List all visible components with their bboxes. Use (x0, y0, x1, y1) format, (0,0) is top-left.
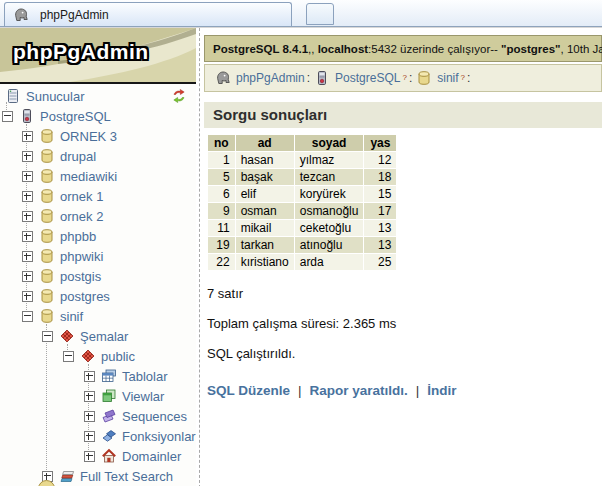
link-separator: | (416, 383, 420, 398)
tree-item-label[interactable]: drupal (60, 149, 96, 164)
cell-yas: 13 (364, 220, 396, 236)
help-link[interactable]: ? (402, 74, 406, 82)
tree-item-label[interactable]: Fonksiyonlar (122, 429, 196, 444)
collapse-toggle[interactable] (2, 111, 13, 122)
expand-toggle[interactable] (84, 391, 95, 402)
cell-no: 6 (208, 186, 235, 202)
tree-guide-line (46, 324, 47, 474)
tree-item-label[interactable]: Şemalar (80, 329, 128, 344)
tree-item-domains[interactable]: Domainler (0, 446, 196, 466)
expand-toggle[interactable] (84, 371, 95, 382)
breadcrumb: phpPgAdmin : PostgreSQL ? : sinif ? : (204, 64, 602, 92)
cell-yas: 13 (364, 237, 396, 253)
tree-item-ornek1[interactable]: ornek 1 (0, 186, 196, 206)
runtime-message: Toplam çalışma süresi: 2.365 ms (207, 316, 602, 331)
cell-ad: osman (236, 203, 294, 219)
tree-item-label[interactable]: phpwiki (60, 249, 103, 264)
tree-item-label[interactable]: postgres (60, 289, 110, 304)
tree-item-ornek2[interactable]: ornek 2 (0, 206, 196, 226)
expand-toggle[interactable] (22, 231, 33, 242)
tree-item-label[interactable]: mediawiki (60, 169, 117, 184)
tree-item-tables[interactable]: Tablolar (0, 366, 196, 386)
expand-toggle[interactable] (22, 251, 33, 262)
tree-item-label[interactable]: Full Text Search (80, 469, 173, 484)
page-title: Sorgu sonuçları (204, 102, 602, 128)
tree-item-label[interactable]: ORNEK 3 (60, 129, 117, 144)
tree-item-label[interactable]: Sunucular (26, 89, 85, 104)
tree-item-servers[interactable]: Sunucular (0, 86, 196, 106)
tree-item-schemas[interactable]: Şemalar (0, 326, 196, 346)
expand-toggle[interactable] (84, 411, 95, 422)
table-row: 22 kıristiano arda 25 (208, 254, 396, 270)
pg-server-icon (314, 70, 330, 86)
tree-item-postgres[interactable]: postgres (0, 286, 196, 306)
tree-item-sequences[interactable]: Sequences (0, 406, 196, 426)
tree-item-label[interactable]: Sequences (122, 409, 187, 424)
tree-item-label[interactable]: public (101, 349, 135, 364)
tree-item-full-text-search[interactable]: Full Text Search (0, 466, 196, 486)
new-tab-button[interactable] (306, 3, 334, 25)
tree-item-label[interactable]: ornek 1 (60, 189, 103, 204)
tree-item-phpwiki[interactable]: phpwiki (0, 246, 196, 266)
tree-item-mediawiki[interactable]: mediawiki (0, 166, 196, 186)
tree-item-label[interactable]: Viewlar (122, 389, 164, 404)
expand-toggle[interactable] (22, 291, 33, 302)
expand-toggle[interactable] (22, 211, 33, 222)
browser-tab[interactable]: phpPgAdmin (4, 2, 292, 26)
cell-soyad: yılmaz (295, 152, 364, 168)
fts-icon (59, 468, 75, 484)
breadcrumb-app-link[interactable]: phpPgAdmin (236, 71, 305, 85)
database-icon (39, 188, 55, 204)
cell-soyad: tezcan (295, 169, 364, 185)
download-link[interactable]: İndir (427, 383, 456, 398)
expand-toggle[interactable] (22, 151, 33, 162)
expand-toggle[interactable] (22, 131, 33, 142)
status-text: :5432 üzerinde çalışıyor-- (368, 43, 501, 55)
cell-yas: 25 (364, 254, 396, 270)
cell-soyad: koryürek (295, 186, 364, 202)
breadcrumb-separator: : (467, 71, 470, 85)
expand-toggle[interactable] (84, 431, 95, 442)
table-header-row: no ad soyad yas (208, 135, 396, 151)
tree-item-views[interactable]: Viewlar (0, 386, 196, 406)
status-date: , 10th Jan, 201 (561, 43, 602, 55)
tree-item-label[interactable]: phpbb (60, 229, 96, 244)
tree-item-label[interactable]: sinif (60, 309, 83, 324)
tree-item-drupal[interactable]: drupal (0, 146, 196, 166)
help-link[interactable]: ? (461, 74, 465, 82)
tree-item-label[interactable]: PostgreSQL (40, 109, 111, 124)
cell-ad: tarkan (236, 237, 294, 253)
collapse-toggle[interactable] (63, 351, 74, 362)
tree-item-postgresql[interactable]: PostgreSQL (0, 106, 196, 126)
cell-yas: 12 (364, 152, 396, 168)
breadcrumb-server-link[interactable]: PostgreSQL (335, 71, 400, 85)
database-icon (39, 148, 55, 164)
status-text: ,, (308, 43, 318, 55)
tree-item-sinif[interactable]: sinif (0, 306, 196, 326)
tree-item-label[interactable]: Domainler (122, 449, 181, 464)
expand-toggle[interactable] (22, 271, 33, 282)
create-report-link[interactable]: Rapor yaratıldı. (310, 383, 408, 398)
tree-item-ornek3[interactable]: ORNEK 3 (0, 126, 196, 146)
tree-item-public[interactable]: public (0, 346, 196, 366)
edit-sql-link[interactable]: SQL Düzenle (207, 383, 290, 398)
refresh-tree-icon[interactable] (171, 88, 187, 104)
database-icon (39, 208, 55, 224)
tree-item-functions[interactable]: Fonksiyonlar (0, 426, 196, 446)
sidebar: phpPgAdmin Sunucular PostgreSQL ORNEK 3 (0, 28, 196, 486)
tree-item-label[interactable]: ornek 2 (60, 209, 103, 224)
domains-icon (101, 448, 117, 464)
collapse-toggle[interactable] (42, 331, 53, 342)
tree-item-label[interactable]: Tablolar (122, 369, 168, 384)
expand-toggle[interactable] (22, 171, 33, 182)
breadcrumb-database-link[interactable]: sinif (437, 71, 458, 85)
expand-toggle[interactable] (22, 191, 33, 202)
tree-item-postgis[interactable]: postgis (0, 266, 196, 286)
table-row: 1 hasan yılmaz 12 (208, 152, 396, 168)
column-header-no: no (208, 135, 235, 151)
tree-item-phpbb[interactable]: phpbb (0, 226, 196, 246)
expand-toggle[interactable] (84, 451, 95, 462)
collapse-toggle[interactable] (22, 311, 33, 322)
app-logo: phpPgAdmin (13, 40, 149, 64)
tree-item-label[interactable]: postgis (60, 269, 101, 284)
